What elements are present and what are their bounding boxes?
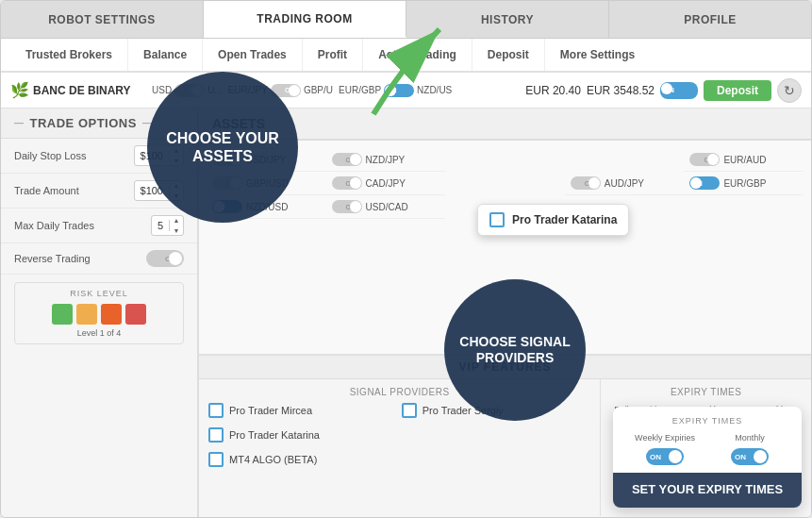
reverse-trading-label: Reverse Trading bbox=[14, 253, 139, 264]
asset-usd-cad: OFF USD/CAD bbox=[326, 195, 446, 219]
asset-eur-aud: OFF EUR/AUD bbox=[684, 148, 804, 172]
risk-bar-3[interactable] bbox=[101, 304, 122, 325]
sub-nav-open-trades[interactable]: Open Trades bbox=[203, 39, 303, 71]
toggle-eurgbp-asset[interactable]: ON bbox=[689, 176, 720, 190]
max-daily-trades-row: Max Daily Trades 5 ▲ ▼ bbox=[1, 209, 197, 243]
toggle-nzdjpy[interactable]: OFF bbox=[332, 153, 362, 166]
refresh-button[interactable]: ↻ bbox=[777, 78, 802, 103]
sp-mircea-checkbox[interactable] bbox=[208, 403, 224, 418]
overlay-weekly-toggle[interactable]: ON bbox=[646, 448, 684, 465]
risk-level-section: RISK LEVEL Level 1 of 4 bbox=[14, 282, 184, 344]
leaf-icon: 🌿 bbox=[10, 81, 29, 99]
broker-row: 🌿 BANC DE BINARY USD OFF U... EUR/JPY OF… bbox=[1, 73, 811, 109]
toggle-audjpy[interactable]: OFF bbox=[571, 176, 601, 190]
max-daily-trades-label: Max Daily Trades bbox=[14, 220, 143, 231]
sp-katarina-checkbox[interactable] bbox=[208, 427, 224, 443]
reverse-trading-row: Reverse Trading OFF bbox=[1, 243, 197, 275]
toggle-cadjpy[interactable]: OFF bbox=[332, 176, 362, 190]
toggle-eurgbp[interactable]: ON bbox=[384, 84, 414, 97]
sub-nav-more-settings[interactable]: More Settings bbox=[545, 39, 650, 71]
max-daily-trades-input[interactable]: 5 ▲ ▼ bbox=[151, 215, 184, 236]
asset-aud-jpy: OFF AUD/JPY bbox=[565, 172, 685, 195]
risk-bars bbox=[23, 304, 175, 325]
balance-value: EUR 20.40 bbox=[525, 84, 581, 97]
sub-nav: Trusted Brokers Balance Open Trades Prof… bbox=[1, 39, 811, 73]
overlay-monthly-toggle[interactable]: ON bbox=[731, 448, 769, 465]
sub-nav-deposit[interactable]: Deposit bbox=[472, 39, 545, 71]
broker-logo: 🌿 BANC DE BINARY bbox=[10, 81, 142, 99]
risk-level-title: RISK LEVEL bbox=[23, 289, 175, 298]
sub-nav-active-trading[interactable]: Active Trading bbox=[363, 39, 472, 71]
sub-nav-profit[interactable]: Profit bbox=[303, 39, 363, 71]
app-container: ROBOT SETTINGS TRADING ROOM HISTORY PROF… bbox=[0, 0, 812, 518]
asset-eur-gbp: ON EUR/GBP bbox=[684, 172, 804, 195]
pro-trader-card-checkbox[interactable] bbox=[489, 212, 505, 227]
asset-cad-jpy: OFF CAD/JPY bbox=[326, 172, 446, 195]
active-trading-toggle[interactable]: ON bbox=[660, 82, 698, 99]
expiry-overlay-grid: Weekly Expiries ON Monthly ON bbox=[626, 433, 788, 466]
expiry-times-title: EXPIRY TIMES bbox=[610, 387, 802, 397]
expiry-times-overlay: EXPIRY TIMES Weekly Expiries ON Monthly … bbox=[613, 407, 802, 508]
risk-bar-1[interactable] bbox=[52, 304, 73, 325]
expiry-overlay-sub-title: EXPIRY TIMES bbox=[626, 416, 788, 426]
choose-signal-overlay[interactable]: CHOOSE SIGNAL PROVIDERS bbox=[444, 279, 586, 421]
set-expiry-overlay[interactable]: SET YOUR EXPIRY TIMES bbox=[613, 473, 802, 508]
sp-mt4: MT4 ALGO (BETA) bbox=[208, 452, 398, 467]
risk-level-label: Level 1 of 4 bbox=[23, 328, 175, 338]
toggle-euraud[interactable]: OFF bbox=[689, 153, 720, 166]
tab-history[interactable]: HISTORY bbox=[406, 1, 609, 38]
risk-bar-4[interactable] bbox=[125, 304, 146, 325]
top-nav: ROBOT SETTINGS TRADING ROOM HISTORY PROF… bbox=[1, 1, 811, 39]
tab-profile[interactable]: PROFILE bbox=[609, 1, 811, 38]
reverse-trading-toggle[interactable]: OFF bbox=[146, 250, 184, 267]
tab-trading-room[interactable]: TRADING ROOM bbox=[204, 1, 406, 38]
deposit-button[interactable]: Deposit bbox=[704, 80, 771, 101]
choose-assets-overlay[interactable]: CHOOSE YOUR ASSETS bbox=[147, 72, 298, 223]
toggle-usdcad[interactable]: OFF bbox=[332, 200, 362, 213]
pro-trader-card: Pro Trader Katarina bbox=[477, 204, 629, 236]
asset-nzd-jpy: OFF NZD/JPY bbox=[326, 148, 446, 172]
overlay-weekly: Weekly Expiries ON bbox=[626, 433, 704, 466]
sp-katarina: Pro Trader Katarina bbox=[208, 427, 398, 443]
sp-sergiy-checkbox[interactable] bbox=[402, 403, 417, 418]
down-arrow3[interactable]: ▼ bbox=[170, 226, 183, 236]
trade-amount-label: Trade Amount bbox=[14, 185, 126, 196]
pair-eurgbp: EUR/GBP ON NZD/US bbox=[339, 84, 452, 97]
profit-value: EUR 3548.52 bbox=[587, 84, 655, 97]
tab-robot-settings[interactable]: ROBOT SETTINGS bbox=[1, 1, 204, 38]
sp-mircea: Pro Trader Mircea bbox=[208, 403, 398, 418]
risk-bar-2[interactable] bbox=[76, 304, 97, 325]
overlay-monthly: Monthly ON bbox=[711, 433, 788, 466]
daily-stop-loss-label: Daily Stop Loss bbox=[14, 150, 126, 161]
up-arrow3[interactable]: ▲ bbox=[170, 215, 183, 226]
sub-nav-balance[interactable]: Balance bbox=[128, 39, 203, 71]
sp-mt4-checkbox[interactable] bbox=[208, 452, 224, 467]
sub-nav-trusted-brokers[interactable]: Trusted Brokers bbox=[10, 39, 128, 71]
